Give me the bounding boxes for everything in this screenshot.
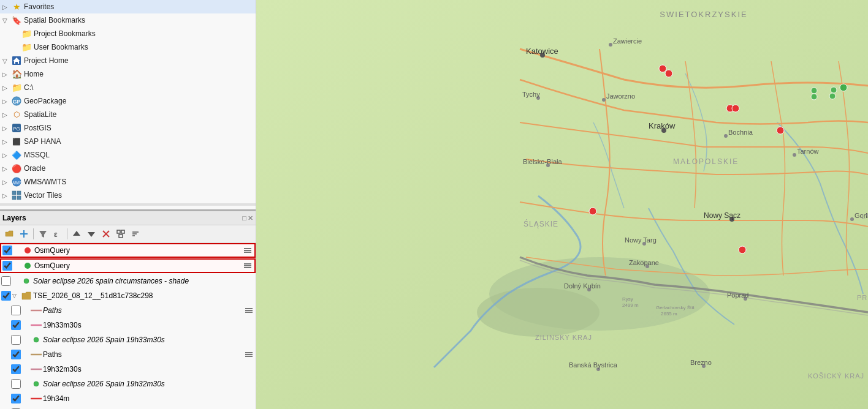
layer-checkbox-solar-19h32[interactable] [11, 379, 21, 389]
layer-checkbox-solar-shade[interactable] [1, 276, 11, 286]
svg-point-75 [724, 134, 728, 138]
browser-item-project-home[interactable]: ▽ Project Home [0, 54, 256, 67]
browser-item-favorites[interactable]: ▷ ★ Favorites [0, 0, 256, 13]
browser-item-wms-wmts[interactable]: ▷ WMS WMS/WMTS [0, 175, 256, 189]
layer-checkbox-19h32m30s[interactable] [11, 364, 21, 374]
layer-row-19h33m30s[interactable]: 19h33m30s [0, 318, 256, 332]
svg-rect-27 [244, 248, 251, 249]
expression-btn[interactable]: ε [51, 227, 64, 241]
layer-checkbox-19h33m30s[interactable] [11, 320, 21, 330]
browser-panel[interactable]: ▷ ★ Favorites ▽ 🔖 Spatial Bookmarks 📁 Pr… [0, 0, 256, 211]
layer-checkbox-paths-2[interactable] [11, 350, 21, 359]
expand-arrow: ▷ [2, 84, 11, 91]
svg-text:SWIETOKRZYSKIE: SWIETOKRZYSKIE [660, 10, 747, 19]
browser-item-label: C:\ [24, 83, 33, 92]
layer-row-19h32m30s[interactable]: 19h32m30s [0, 362, 256, 377]
browser-item-sap-hana[interactable]: ▷ ⬛ SAP HANA [0, 135, 256, 148]
layer-name-19h33m30s: 19h33m30s [43, 321, 254, 329]
layers-list[interactable]: OsmQuery OsmQuery [0, 242, 256, 409]
layer-row-solar-19h32[interactable]: Solar eclipse 2026 Spain 19h32m30s [0, 377, 256, 391]
layer-checkbox-paths-1[interactable] [11, 306, 21, 315]
browser-item-user-bookmarks[interactable]: 📁 User Bookmarks [0, 40, 256, 54]
svg-point-46 [34, 381, 39, 386]
expand-arrow: ▷ [2, 152, 11, 159]
layer-options-btn[interactable] [243, 305, 254, 316]
svg-text:Zakopane: Zakopane [629, 259, 659, 266]
group-layers-btn[interactable] [114, 227, 128, 241]
layer-row-osmquery-1[interactable]: OsmQuery [0, 243, 256, 258]
svg-point-141 [811, 94, 817, 100]
layer-checkbox-solar-19h33[interactable] [11, 335, 21, 345]
layer-name-19h32m30s: 19h32m30s [43, 365, 254, 373]
layer-row-19h34m[interactable]: 19h34m [0, 391, 256, 406]
layer-dot-green [22, 260, 33, 271]
sort-layers-btn[interactable] [129, 227, 142, 241]
layer-row-paths-2[interactable]: Paths [0, 347, 256, 362]
move-up-btn[interactable] [70, 227, 83, 241]
browser-item-postgis[interactable]: ▷ PG PostGIS [0, 121, 256, 135]
layer-row-osmquery-2[interactable]: OsmQuery [0, 258, 256, 273]
remove-layer-btn[interactable] [99, 227, 113, 241]
layer-checkbox-tse-group[interactable] [1, 291, 11, 301]
star-icon: ★ [11, 1, 22, 12]
browser-item-label: Spatial Bookmarks [24, 16, 85, 24]
browser-item-c-drive[interactable]: ▷ 📁 C:\ [0, 81, 256, 94]
filter-btn[interactable] [36, 227, 50, 241]
open-layer-btn[interactable] [2, 227, 16, 241]
svg-text:Jaworzno: Jaworzno [606, 92, 635, 100]
browser-item-spatialite[interactable]: ▷ ⬡ SpatiaLite [0, 108, 256, 121]
layer-options-btn[interactable] [243, 349, 254, 360]
layer-dot-green-sm [21, 276, 32, 287]
layer-row-paths-1[interactable]: Paths [0, 303, 256, 318]
svg-text:GP: GP [12, 99, 20, 105]
browser-item-label: GeoPackage [24, 97, 66, 105]
move-down-btn[interactable] [85, 227, 98, 241]
layer-folder-icon [21, 290, 32, 301]
folder-icon: 📁 [11, 82, 22, 93]
browser-item-geopackage[interactable]: ▷ GP GeoPackage [0, 94, 256, 108]
minimize-btn[interactable]: □ [242, 214, 246, 222]
svg-text:L'V: L'V [862, 213, 868, 220]
expand-arrow: ▽ [2, 17, 11, 24]
layer-options-btn[interactable] [242, 245, 253, 256]
svg-point-140 [811, 88, 817, 94]
layer-row-tse-group[interactable]: ▽ TSE_2026_08_12__51d81c738c298 [0, 288, 256, 303]
svg-rect-13 [23, 230, 25, 238]
layer-checkbox-19h34m[interactable] [11, 394, 21, 403]
layer-row-solar-shade[interactable]: Solar eclipse 2026 spain circumstances -… [0, 274, 256, 288]
layers-header: Layers □ ✕ [0, 211, 256, 225]
layer-checkbox-osmquery-2[interactable] [2, 261, 12, 271]
layer-checkbox-osmquery-1[interactable] [2, 246, 12, 255]
home-icon: 🏠 [11, 69, 22, 80]
layer-row-solar-19h33[interactable]: Solar eclipse 2026 Spain 19h33m30s [0, 332, 256, 347]
map-panel[interactable]: SWIETOKRZYSKIE Tarnobrzeg Zamość Biłgora… [256, 0, 868, 409]
browser-item-label: Project Bookmarks [34, 29, 96, 38]
svg-marker-16 [73, 231, 80, 236]
layers-title: Layers [2, 214, 26, 222]
wms-icon: WMS [11, 176, 22, 187]
svg-text:Banská Bystrica: Banská Bystrica [569, 361, 618, 369]
browser-item-oracle[interactable]: ▷ 🔴 Oracle [0, 162, 256, 175]
close-btn[interactable]: ✕ [248, 214, 253, 222]
bookmark-icon: 🔖 [11, 15, 22, 26]
svg-rect-38 [245, 312, 253, 313]
browser-item-vector-tiles[interactable]: ▷ Vector Tiles [0, 189, 256, 202]
mssql-icon: 🔷 [11, 149, 22, 160]
browser-item-spatial-bookmarks[interactable]: ▽ 🔖 Spatial Bookmarks [0, 13, 256, 27]
layers-header-controls: □ ✕ [242, 214, 253, 222]
layer-options-btn[interactable] [242, 260, 253, 271]
folder-icon: 📁 [21, 42, 32, 53]
browser-item-project-bookmarks[interactable]: 📁 Project Bookmarks [0, 27, 256, 40]
svg-point-26 [25, 247, 31, 253]
browser-item-mssql[interactable]: ▷ 🔷 MSSQL [0, 148, 256, 162]
svg-text:PG: PG [13, 126, 20, 132]
svg-rect-28 [244, 250, 251, 251]
expand-arrow: ▷ [2, 165, 11, 172]
layer-row-solar-19h34[interactable]: Solar eclipse 2026 Spain 19h34m [0, 406, 256, 409]
folder-icon: 📁 [21, 28, 32, 39]
svg-text:MAŁOPOLSKIE: MAŁOPOLSKIE [673, 157, 739, 166]
browser-item-home[interactable]: ▷ 🏠 Home [0, 67, 256, 81]
expand-arrow: ▷ [2, 98, 11, 105]
add-layer-btn[interactable] [17, 227, 31, 241]
layer-line-pink3 [31, 364, 42, 375]
